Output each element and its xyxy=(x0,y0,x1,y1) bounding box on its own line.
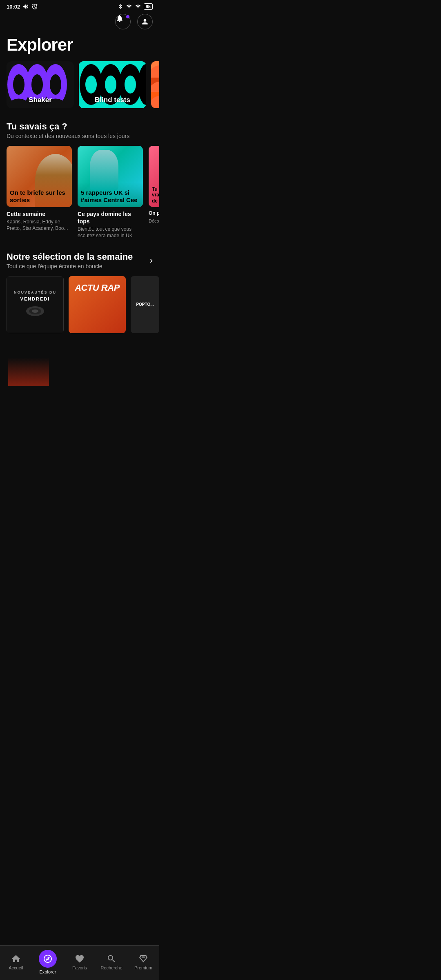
person-icon xyxy=(141,18,149,26)
alarm-icon xyxy=(31,3,38,10)
tu-savais-title: Tu savais ça ? xyxy=(7,121,153,132)
category-card-blind-tests[interactable]: Blind tests xyxy=(79,61,146,108)
selection-subtitle: Tout ce que l'équipe écoute en boucle xyxy=(7,263,133,270)
playlist-img-nouveautes: NOUVEAUTÉS DU VENDREDI xyxy=(7,276,64,333)
battery-level: 95 xyxy=(146,4,151,9)
article-card-on-parie[interactable]: Tu pe...vraim...de tou... On parie... Dé… xyxy=(149,146,159,239)
blind-tests-label: Blind tests xyxy=(79,96,146,104)
category-card-shaker[interactable]: Shaker xyxy=(7,61,74,108)
svg-point-7 xyxy=(31,74,43,95)
playlist-img-poptoday: Popto... xyxy=(131,276,159,333)
article-overlay-cette-semaine: On te briefe sur les sorties xyxy=(10,189,69,204)
playlist-img-actu-rap: Actu rap xyxy=(69,276,126,333)
selection-texts: Notre sélection de la semaine Tout ce qu… xyxy=(7,252,133,270)
article-image-cyan: 5 rappeurs UK si t'aimes Central Cee xyxy=(78,146,143,207)
selection-title: Notre sélection de la semaine xyxy=(7,252,133,262)
wifi-icon xyxy=(135,4,141,9)
article-card-ce-pays[interactable]: 5 rappeurs UK si t'aimes Central Cee Ce … xyxy=(78,146,143,239)
playlist-card-poptoday[interactable]: Popto... xyxy=(131,276,159,333)
status-right: 95 xyxy=(118,3,153,10)
notification-button[interactable] xyxy=(115,14,131,29)
tu-savais-subtitle: Du contexte et des nouveaux sons tous le… xyxy=(7,133,153,139)
status-left: 10:02 xyxy=(7,3,38,10)
playlist-card-nouveautes[interactable]: NOUVEAUTÉS DU VENDREDI xyxy=(7,276,64,333)
article-overlay-ce-pays: 5 rappeurs UK si t'aimes Central Cee xyxy=(81,189,140,204)
tu-savais-header: Tu savais ça ? Du contexte et des nouvea… xyxy=(0,113,159,142)
article-subtitle-ce-pays: Bientôt, tout ce que vous écoutez sera m… xyxy=(78,226,143,239)
content-area: Explorer Shaker xyxy=(0,32,159,386)
svg-point-13 xyxy=(105,76,116,94)
profile-button[interactable] xyxy=(137,14,153,29)
category-card-third[interactable]: P... xyxy=(151,61,159,108)
article-image-orange: On te briefe sur les sorties xyxy=(7,146,72,207)
article-title-ce-pays: Ce pays domine les tops xyxy=(78,210,143,225)
category-scroll[interactable]: Shaker Blind tests xyxy=(0,61,159,113)
article-subtitle-on-parie: Découvre... xyxy=(149,218,159,224)
article-image-on-parie: Tu pe...vraim...de tou... xyxy=(149,146,159,207)
top-icons-row xyxy=(0,11,159,32)
page-title: Explorer xyxy=(0,32,159,61)
article-title-cette-semaine: Cette semaine xyxy=(7,210,72,218)
svg-point-15 xyxy=(125,76,136,94)
article-subtitle-cette-semaine: Kaaris, Ronisia, Eddy de Pretto, Star Ac… xyxy=(7,219,72,232)
time: 10:02 xyxy=(7,4,20,10)
article-title-on-parie: On parie... xyxy=(149,210,159,217)
shaker-label: Shaker xyxy=(7,96,74,104)
article-card-cette-semaine[interactable]: On te briefe sur les sorties Cette semai… xyxy=(7,146,72,239)
mute-icon xyxy=(22,3,29,10)
svg-point-6 xyxy=(13,74,24,95)
status-bar: 10:02 95 xyxy=(0,0,159,11)
article-overlay-on-parie: Tu pe...vraim...de tou... xyxy=(152,186,159,204)
signal-icon xyxy=(126,4,132,9)
third-card-label: P... xyxy=(151,97,159,104)
svg-point-8 xyxy=(50,74,61,95)
svg-point-20 xyxy=(32,310,38,313)
articles-scroll[interactable]: On te briefe sur les sorties Cette semai… xyxy=(0,142,159,243)
bluetooth-icon xyxy=(118,4,123,9)
selection-chevron[interactable]: › xyxy=(150,255,153,266)
notification-dot xyxy=(126,15,129,18)
playlist-card-actu-rap[interactable]: Actu rap xyxy=(69,276,126,333)
selection-header: Notre sélection de la semaine Tout ce qu… xyxy=(0,243,159,272)
svg-point-11 xyxy=(85,76,97,94)
bell-icon xyxy=(116,14,124,22)
battery-indicator: 95 xyxy=(144,3,153,10)
playlist-scroll[interactable]: NOUVEAUTÉS DU VENDREDI Actu rap xyxy=(0,272,159,337)
